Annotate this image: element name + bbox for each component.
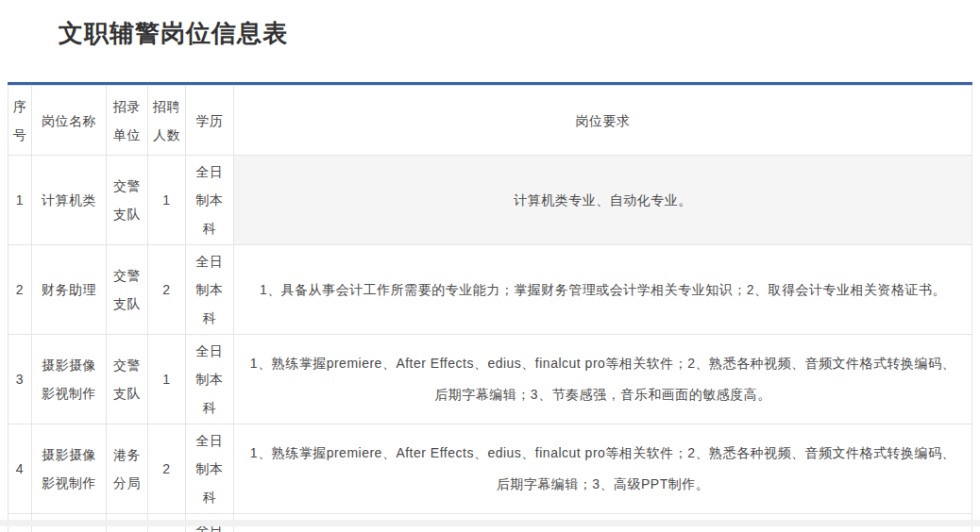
col-header-requirements: 岗位要求 bbox=[234, 86, 972, 156]
cell-unit: 交警支队 bbox=[107, 245, 148, 335]
cell-education: 全日制本科 bbox=[186, 245, 234, 335]
cell-index: 2 bbox=[8, 245, 32, 335]
cell-education: 全日制本科 bbox=[186, 424, 234, 514]
cell-unit: 港务分局 bbox=[107, 424, 148, 514]
table-row: 3摄影摄像影视制作交警支队1全日制本科1、熟练掌握premiere、After … bbox=[8, 335, 972, 424]
cell-requirements: 1、熟练掌握premiere、After Effects、edius、final… bbox=[234, 335, 972, 424]
cell-position: 摄影摄像影视制作 bbox=[32, 424, 107, 514]
cell-requirements: 计算机类专业、自动化专业。 bbox=[234, 156, 972, 245]
cell-position: 财务助理 bbox=[32, 245, 107, 335]
cell-education: 全日制本科 bbox=[186, 335, 234, 424]
horizontal-scrollbar-track[interactable] bbox=[0, 520, 980, 526]
table-row: 2财务助理交警支队2全日制本科1、具备从事会计工作所需要的专业能力；掌握财务管理… bbox=[8, 245, 972, 335]
col-header-index: 序号 bbox=[8, 86, 32, 156]
header-row: 序号 岗位名称 招录单位 招聘人数 学历 岗位要求 bbox=[8, 86, 972, 156]
cell-count: 1 bbox=[148, 335, 186, 424]
cell-requirements: 1、熟练掌握premiere、After Effects、edius、final… bbox=[234, 424, 972, 514]
col-header-position: 岗位名称 bbox=[32, 86, 107, 156]
cell-education: 全日制本科 bbox=[186, 156, 234, 245]
positions-table-grid: 序号 岗位名称 招录单位 招聘人数 学历 岗位要求 1计算机类交警支队1全日制本… bbox=[8, 85, 972, 532]
positions-table: 序号 岗位名称 招录单位 招聘人数 学历 岗位要求 1计算机类交警支队1全日制本… bbox=[8, 82, 972, 532]
cell-index: 3 bbox=[8, 335, 32, 424]
cell-count: 2 bbox=[148, 245, 186, 335]
page: 文职辅警岗位信息表 序号 岗位名称 招录单位 招聘人数 学历 岗位要求 bbox=[0, 0, 980, 532]
cell-position: 计算机类 bbox=[32, 156, 107, 245]
col-header-count: 招聘人数 bbox=[148, 86, 186, 156]
cell-count: 1 bbox=[148, 156, 186, 245]
cell-unit: 交警支队 bbox=[107, 335, 148, 424]
cell-requirements: 1、具备从事会计工作所需要的专业能力；掌握财务管理或会计学相关专业知识；2、取得… bbox=[234, 245, 972, 335]
cell-position: 摄影摄像影视制作 bbox=[32, 335, 107, 424]
cell-unit: 交警支队 bbox=[107, 156, 148, 245]
cell-index: 4 bbox=[8, 424, 32, 514]
cell-index: 1 bbox=[8, 156, 32, 245]
col-header-unit: 招录单位 bbox=[107, 86, 148, 156]
table-row: 1计算机类交警支队1全日制本科计算机类专业、自动化专业。 bbox=[8, 156, 972, 245]
page-title: 文职辅警岗位信息表 bbox=[59, 15, 980, 51]
table-row: 4摄影摄像影视制作港务分局2全日制本科1、熟练掌握premiere、After … bbox=[8, 424, 972, 514]
col-header-education: 学历 bbox=[186, 86, 234, 156]
cell-count: 2 bbox=[148, 424, 186, 514]
